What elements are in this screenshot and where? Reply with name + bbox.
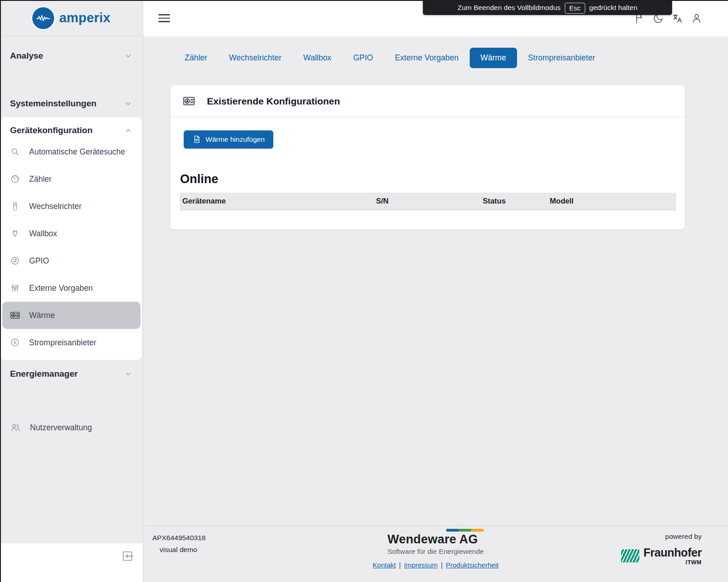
sliders-icon (10, 283, 20, 293)
sidebar-item-label: Strompreisanbieter (29, 338, 96, 348)
footer: APX6449540318 visual demo Wendeware AG S… (143, 526, 728, 582)
fraunhofer-unit: ITWM (643, 559, 702, 566)
tab-externe-vorgaben[interactable]: Externe Vorgaben (384, 48, 469, 68)
sidebar-item-label: GPIO (29, 256, 49, 266)
sidebar-item-label: Nutzerverwaltung (30, 423, 92, 433)
column-modell: Modell (547, 193, 676, 210)
company-tagline: Software für die Energiewende (387, 547, 484, 556)
add-button-label: Wärme hinzufügen (206, 135, 265, 144)
app-window: amperix Analyse Systemeinstellungen Gerä… (0, 0, 728, 582)
link-impressum[interactable]: Impressum (404, 561, 437, 569)
chevron-down-icon (124, 369, 133, 378)
column-sn: S/N (373, 193, 480, 210)
tab-gpio[interactable]: GPIO (342, 48, 384, 68)
powered-by-text: powered by (621, 532, 702, 541)
sidebar-item-wallbox[interactable]: Wallbox (2, 220, 141, 247)
link-separator: | (399, 561, 401, 569)
link-produktsicherheit[interactable]: Produktsicherheit (446, 561, 498, 569)
tab-wechselrichter[interactable]: Wechselrichter (218, 48, 292, 68)
device-tabs: Zähler Wechselrichter Wallbox GPIO Exter… (174, 48, 728, 68)
screen-top-edge (0, 0, 728, 1)
heatpump-icon (10, 310, 20, 320)
logo[interactable]: amperix (0, 0, 143, 36)
main-area: Zum Beenden des Vollbildmodus Esc gedrüc… (143, 0, 728, 582)
sidebar-item-label: Automatische Gerätesuche (29, 147, 125, 157)
sidebar-item-waerme[interactable]: Wärme (2, 302, 141, 329)
sidebar: amperix Analyse Systemeinstellungen Gerä… (0, 0, 143, 582)
table-header-row: Gerätename S/N Status Modell (180, 193, 676, 210)
fraunhofer-name: Fraunhofer (643, 546, 702, 559)
sidebar-group-analyse[interactable]: Analyse (0, 49, 143, 63)
users-icon (10, 422, 21, 433)
sidebar-item-label: Wärme (29, 311, 55, 320)
language-button[interactable] (672, 12, 683, 24)
link-kontakt[interactable]: Kontakt (373, 561, 396, 569)
card-header: Existierende Konfigurationen (171, 85, 685, 117)
plug-icon (10, 229, 20, 239)
configurations-card: Existierende Konfigurationen Wärme hinzu… (170, 85, 685, 230)
menu-hamburger-button[interactable] (158, 14, 170, 22)
online-section-title: Online (180, 172, 676, 186)
toast-text-after: gedrückt halten (589, 4, 638, 12)
tab-waerme[interactable]: Wärme (470, 48, 517, 68)
sidebar-expanded-panel: Gerätekonfiguration Automatische Gerätes… (1, 117, 142, 360)
sidebar-bottom (0, 543, 143, 582)
column-status: Status (480, 193, 547, 210)
link-separator: | (441, 561, 443, 569)
sidebar-group-geraetekonfiguration[interactable]: Gerätekonfiguration (1, 123, 142, 138)
svg-text:S: S (14, 340, 17, 345)
card-body: Wärme hinzufügen Online Gerätename S/N S… (171, 117, 685, 229)
group-label: Analyse (10, 51, 43, 61)
meter-icon (10, 174, 20, 184)
sidebar-item-strompreisanbieter[interactable]: S Strompreisanbieter (2, 329, 141, 356)
sidebar-group-energiemanager[interactable]: Energiemanager (0, 367, 143, 381)
sidebar-item-zaehler[interactable]: Zähler (2, 165, 141, 193)
sidebar-item-externe-vorgaben[interactable]: Externe Vorgaben (2, 274, 141, 302)
footer-links: Kontakt | Impressum | Produktsicherheit (373, 561, 499, 569)
fullscreen-exit-toast: Zum Beenden des Vollbildmodus Esc gedrüc… (423, 0, 672, 15)
device-info: APX6449540318 visual demo (152, 534, 206, 554)
heatpump-icon (183, 95, 195, 107)
card-title: Existierende Konfigurationen (207, 96, 340, 107)
user-account-button[interactable] (691, 12, 703, 24)
tab-zaehler[interactable]: Zähler (174, 48, 218, 68)
document-icon (192, 135, 201, 144)
fraunhofer-logo: Fraunhofer ITWM (621, 546, 702, 566)
search-icon (10, 147, 20, 157)
group-label: Systemeinstellungen (10, 99, 96, 109)
tab-wallbox[interactable]: Wallbox (292, 48, 342, 68)
sidebar-spacer (0, 436, 143, 543)
chevron-down-icon (124, 51, 133, 60)
chevron-down-icon (124, 99, 133, 108)
swap-icon (10, 256, 20, 266)
logo-text: amperix (59, 10, 110, 25)
sidebar-group-systemeinstellungen[interactable]: Systemeinstellungen (0, 97, 143, 110)
sidebar-item-label: Wechselrichter (29, 202, 81, 211)
group-label: Gerätekonfiguration (10, 125, 93, 135)
screen-left-edge (0, 0, 1, 582)
inverter-icon (10, 201, 20, 211)
user-icon (691, 12, 703, 24)
price-icon: S (10, 338, 20, 348)
device-name: visual demo (160, 546, 206, 554)
sidebar-item-gpio[interactable]: GPIO (2, 247, 141, 274)
sidebar-item-label: Zähler (29, 174, 52, 184)
collapse-sidebar-button[interactable] (121, 549, 135, 563)
device-serial: APX6449540318 (152, 534, 206, 542)
add-waerme-button[interactable]: Wärme hinzufügen (184, 130, 273, 149)
sidebar-item-wechselrichter[interactable]: Wechselrichter (2, 193, 141, 220)
group-label: Energiemanager (10, 369, 78, 379)
amperix-waveform-icon (32, 7, 54, 29)
toast-text-before: Zum Beenden des Vollbildmodus (457, 4, 561, 12)
wendeware-color-bar-icon (447, 529, 484, 532)
tab-strompreisanbieter[interactable]: Strompreisanbieter (517, 48, 606, 68)
wendeware-logo: Wendeware AG Software für die Energiewen… (387, 529, 484, 556)
fraunhofer-stripes-icon (621, 549, 639, 562)
sidebar-item-nutzerverwaltung[interactable]: Nutzerverwaltung (0, 419, 143, 436)
column-geraetename: Gerätename (180, 193, 373, 210)
devices-table: Gerätename S/N Status Modell (180, 193, 676, 210)
sidebar-item-automatische-geraetesuche[interactable]: Automatische Gerätesuche (2, 138, 141, 165)
sidebar-item-label: Externe Vorgaben (29, 284, 93, 293)
content: Zähler Wechselrichter Wallbox GPIO Exter… (143, 36, 728, 526)
sidebar-item-label: Wallbox (29, 229, 57, 239)
